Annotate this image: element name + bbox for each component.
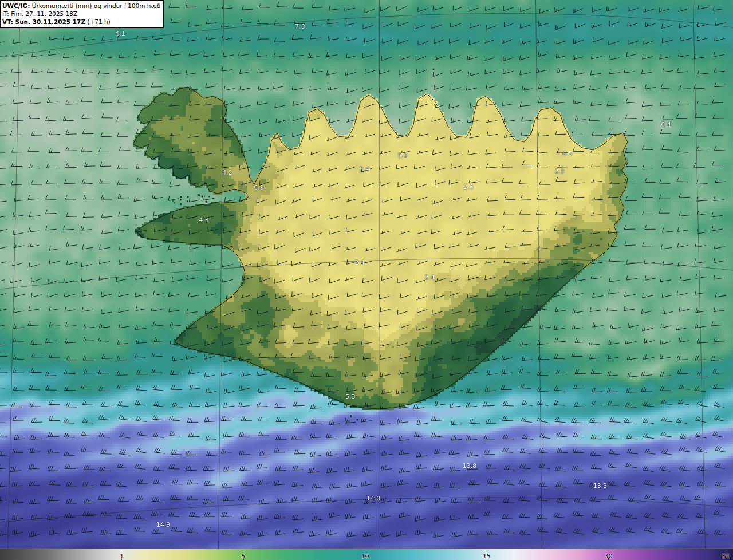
header-title-line: UWC/IG: Úrkomumætti (mm) og vindur í 100… [2,2,160,10]
header-init-line: IT: Fim. 27. 11. 2025 18Z [2,10,160,18]
init-time-value: Fim. 27. 11. 2025 18Z [9,10,77,17]
forecast-lead-hours: (+71 h) [85,18,111,25]
map-area: 4.17.86.46.55.32.42.34.22.66.94.32.42.45… [0,0,733,549]
colorbar-tick-label: 1 [120,553,124,559]
header-valid-line: VT: Sun. 30.11.2025 17Z (+71 h) [2,18,160,26]
colorbar-tick-label: 50 [722,553,730,559]
precipitation-wind-map-canvas [0,0,733,549]
valid-time-value: VT: Sun. 30.11.2025 17Z [2,18,85,25]
forecast-header-box: UWC/IG: Úrkomumætti (mm) og vindur í 100… [0,0,164,28]
model-id-label: UWC/IG: [2,2,30,9]
colorbar-label-layer: 1510153050 [0,549,733,560]
colorbar-tick-label: 10 [361,553,369,559]
weather-map-app: 4.17.86.46.55.32.42.34.22.66.94.32.42.45… [0,0,733,560]
init-time-label: IT: [2,10,9,17]
colorbar-tick [730,557,731,560]
precipitation-colorbar: 1510153050 [0,549,733,560]
colorbar-tick-label: 30 [604,553,612,559]
colorbar-tick-label: 15 [483,553,491,559]
map-title: Úrkomumætti (mm) og vindur í 100m hæð [30,2,160,9]
colorbar-tick-label: 5 [241,553,245,559]
